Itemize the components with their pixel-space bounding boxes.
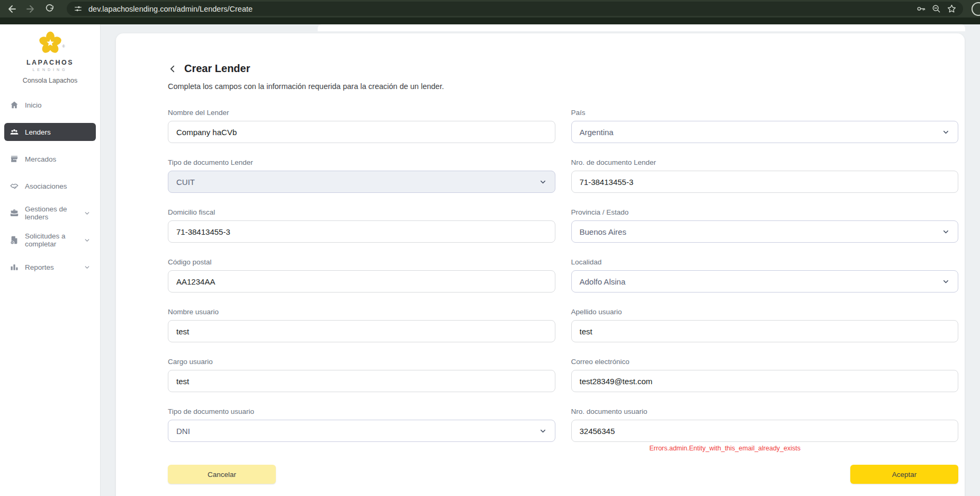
field-pais: País Argentina [571,109,959,143]
field-label: Localidad [571,258,959,266]
field-label: Nro. documento usuario [571,408,959,415]
sidebar-nav: Inicio Lenders Mercados Asociaciones [0,96,100,276]
provincia-estado-select[interactable]: Buenos Aires [571,220,959,243]
bar-chart-icon [10,262,19,272]
sidebar-item-label: Gestiones de lenders [25,205,78,221]
field-codigo-postal: Código postal [168,258,555,293]
sidebar-item-inicio[interactable]: Inicio [4,96,96,114]
store-icon [10,154,19,164]
email-exists-error: Errors.admin.Entity_with_this_email_alre… [571,445,959,452]
sidebar-item-lenders[interactable]: Lenders [4,123,96,141]
chevron-down-icon [84,210,91,217]
domicilio-fiscal-input[interactable] [168,220,555,243]
field-tipo-documento-lender: Tipo de documento Lender CUIT [168,158,555,193]
bookmark-star-icon[interactable] [947,4,957,14]
lapachos-flower-icon [38,31,62,55]
field-domicilio-fiscal: Domicilio fiscal [168,208,555,243]
field-label: Nro. de documento Lender [571,158,959,166]
page-subtitle: Completa los campos con la información r… [168,82,958,91]
back-icon[interactable] [6,4,17,14]
registered-mark: ® [62,45,65,48]
field-label: Domicilio fiscal [168,208,555,216]
sidebar-item-label: Mercados [25,155,56,163]
create-lender-form: Nombre del Lender País Argentina Tipo de… [168,109,958,442]
field-label: Código postal [168,258,555,266]
chevron-down-icon [942,128,950,136]
field-nombre-del-lender: Nombre del Lender [168,109,555,143]
main-area: Crear Lender Completa los campos con la … [101,24,980,496]
field-nombre-usuario: Nombre usuario [168,308,555,342]
field-nro-documento-lender: Nro. de documento Lender [571,158,959,193]
field-label: Provincia / Estado [571,208,959,216]
address-bar[interactable]: dev.lapachoslending.com/admin/Lenders/Cr… [67,2,963,16]
sidebar-item-reportes[interactable]: Reportes [4,258,96,276]
chrome-divider [0,17,980,24]
home-icon [10,100,19,110]
briefcase-icon [10,208,19,218]
reload-icon[interactable] [44,4,55,14]
chevron-down-icon [539,178,547,186]
chevron-down-icon [942,228,950,236]
chevron-down-icon [84,237,91,244]
nombre-usuario-input[interactable] [168,320,555,342]
chevron-down-icon [539,427,547,435]
field-label: País [571,109,959,117]
sidebar-item-mercados[interactable]: Mercados [4,150,96,168]
sidebar-item-label: Asociaciones [25,182,67,190]
url-text[interactable]: dev.lapachoslending.com/admin/Lenders/Cr… [88,5,911,13]
tipo-documento-lender-select[interactable]: CUIT [168,171,555,193]
field-label: Cargo usuario [168,358,555,366]
top-band [318,24,965,31]
sidebar-item-label: Lenders [25,128,51,136]
codigo-postal-input[interactable] [168,270,555,293]
zoom-out-icon[interactable] [931,4,941,14]
field-label: Tipo de documento Lender [168,158,555,166]
browser-toolbar: dev.lapachoslending.com/admin/Lenders/Cr… [0,0,980,17]
field-tipo-documento-usuario: Tipo de documento usuario DNI [168,408,555,442]
nro-documento-lender-input[interactable] [571,171,959,193]
nro-documento-usuario-input[interactable] [571,420,959,442]
correo-electronico-input[interactable] [571,370,959,392]
sidebar-item-label: Solicitudes a completar [25,232,78,248]
field-apellido-usuario: Apellido usuario [571,308,959,342]
field-correo-electronico: Correo electrónico [571,358,959,392]
cargo-usuario-input[interactable] [168,370,555,392]
sidebar-item-gestiones-de-lenders[interactable]: Gestiones de lenders [4,204,96,222]
field-provincia-estado: Provincia / Estado Buenos Aires [571,208,959,243]
nombre-del-lender-input[interactable] [168,121,555,143]
sidebar-item-asociaciones[interactable]: Asociaciones [4,177,96,195]
page-title: Crear Lender [184,63,250,75]
sidebar-item-solicitudes-a-completar[interactable]: Solicitudes a completar [4,231,96,249]
pais-select[interactable]: Argentina [571,121,959,143]
password-key-icon[interactable] [916,4,926,14]
localidad-select[interactable]: Adolfo Alsina [571,270,959,293]
create-lender-card: Crear Lender Completa los campos con la … [116,33,965,496]
chevron-down-icon [942,278,950,286]
logo-title: LAPACHOS [0,59,100,66]
profile-avatar[interactable] [972,2,980,16]
users-group-icon [10,127,19,137]
form-actions: Cancelar Aceptar [168,465,958,484]
back-chevron-icon[interactable] [168,64,177,74]
apellido-usuario-input[interactable] [571,320,959,342]
logo-subtitle: LENDING [0,68,100,72]
console-label: Consola Lapachos [0,77,100,84]
field-localidad: Localidad Adolfo Alsina [571,258,959,293]
field-label: Tipo de documento usuario [168,408,555,415]
forward-icon[interactable] [25,4,36,14]
document-check-icon [10,235,19,245]
sidebar-item-label: Inicio [25,101,42,109]
tipo-documento-usuario-select[interactable]: DNI [168,420,555,442]
app-logo: ® LAPACHOS LENDING Consola Lapachos [0,24,100,84]
sidebar: ® LAPACHOS LENDING Consola Lapachos Inic… [0,24,101,496]
accept-button[interactable]: Aceptar [850,465,958,484]
field-nro-documento-usuario: Nro. documento usuario Errors.admin.Enti… [571,408,959,442]
handshake-icon [10,181,19,191]
field-label: Correo electrónico [571,358,959,366]
sidebar-item-label: Reportes [25,263,54,271]
field-label: Apellido usuario [571,308,959,316]
chevron-down-icon [84,264,91,271]
field-label: Nombre usuario [168,308,555,316]
cancel-button[interactable]: Cancelar [168,465,276,484]
site-info-icon[interactable] [73,4,83,14]
